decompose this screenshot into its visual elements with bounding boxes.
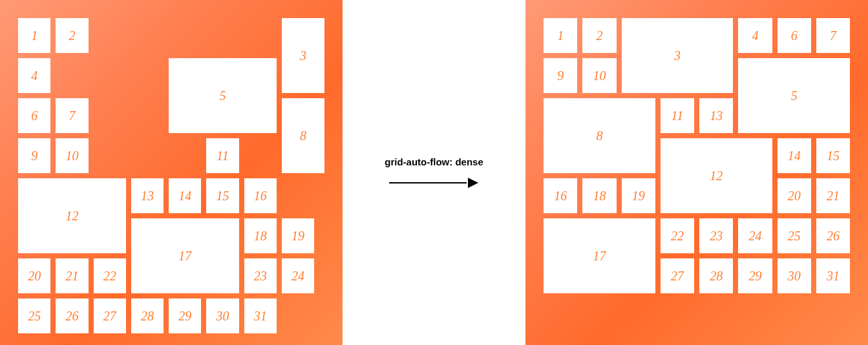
grid-cell: 1: [544, 18, 577, 53]
grid-cell: 11: [661, 98, 694, 133]
grid-cell: 31: [244, 298, 277, 333]
grid-cell: 30: [778, 258, 811, 293]
grid-cell: 25: [778, 218, 811, 253]
grid-cell: 18: [244, 218, 277, 253]
grid-cell: 3: [622, 18, 734, 93]
grid-cell: 4: [738, 18, 772, 53]
grid-cell: 22: [661, 218, 694, 253]
grid-cell: 26: [56, 298, 88, 333]
grid-cell: 10: [56, 138, 88, 173]
grid-cell: 12: [18, 178, 126, 253]
grid-cell: 12: [661, 138, 772, 213]
comparison-arrow-block: grid-auto-flow: dense: [343, 156, 525, 189]
grid-cell: 4: [18, 58, 50, 93]
left-grid: 1234567891011121314151617181920212223242…: [18, 18, 324, 333]
grid-cell: 26: [816, 218, 850, 253]
grid-cell: 29: [169, 298, 201, 333]
property-label: grid-auto-flow: dense: [385, 156, 483, 167]
grid-cell: 17: [544, 218, 655, 293]
grid-cell: 16: [244, 178, 277, 213]
grid-cell: 3: [282, 18, 324, 93]
grid-cell: 22: [94, 258, 126, 293]
grid-cell: 25: [18, 298, 50, 333]
grid-cell: 2: [582, 18, 616, 53]
grid-cell: 28: [131, 298, 164, 333]
grid-cell: 2: [56, 18, 88, 53]
grid-cell: 23: [699, 218, 733, 253]
grid-cell: 23: [244, 258, 277, 293]
grid-cell: 9: [18, 138, 50, 173]
grid-cell: 17: [131, 218, 239, 293]
grid-cell: 24: [282, 258, 314, 293]
grid-cell: 9: [544, 58, 577, 93]
right-grid: 1234679105811131214151618192021172223242…: [544, 18, 850, 293]
grid-cell: 10: [582, 58, 616, 93]
grid-cell: 8: [282, 98, 324, 173]
grid-cell: 21: [816, 178, 850, 213]
grid-cell: 15: [816, 138, 850, 173]
grid-cell: 19: [282, 218, 314, 253]
grid-cell: 30: [206, 298, 238, 333]
grid-cell: 7: [56, 98, 88, 133]
grid-cell: 8: [544, 98, 655, 173]
grid-cell: 19: [622, 178, 655, 213]
grid-cell: 20: [778, 178, 811, 213]
grid-cell: 20: [18, 258, 50, 293]
arrow-right-icon: [389, 176, 480, 189]
grid-cell: 28: [699, 258, 733, 293]
grid-cell: 27: [94, 298, 126, 333]
right-panel: 1234679105811131214151618192021172223242…: [525, 0, 868, 345]
grid-cell: 24: [738, 218, 772, 253]
grid-cell: 31: [816, 258, 850, 293]
grid-cell: 1: [18, 18, 50, 53]
grid-cell: 7: [816, 18, 850, 53]
grid-cell: 11: [206, 138, 238, 173]
grid-cell: 16: [544, 178, 577, 213]
grid-cell: 29: [738, 258, 772, 293]
grid-cell: 5: [169, 58, 277, 133]
grid-cell: 14: [778, 138, 811, 173]
grid-cell: 21: [56, 258, 88, 293]
grid-cell: 13: [699, 98, 733, 133]
grid-cell: 14: [169, 178, 201, 213]
grid-cell: 15: [206, 178, 238, 213]
grid-cell: 13: [131, 178, 164, 213]
grid-cell: 6: [778, 18, 811, 53]
grid-cell: 5: [738, 58, 850, 133]
grid-cell: 6: [18, 98, 50, 133]
left-panel: 1234567891011121314151617181920212223242…: [0, 0, 343, 345]
grid-cell: 18: [582, 178, 616, 213]
grid-cell: 27: [661, 258, 694, 293]
